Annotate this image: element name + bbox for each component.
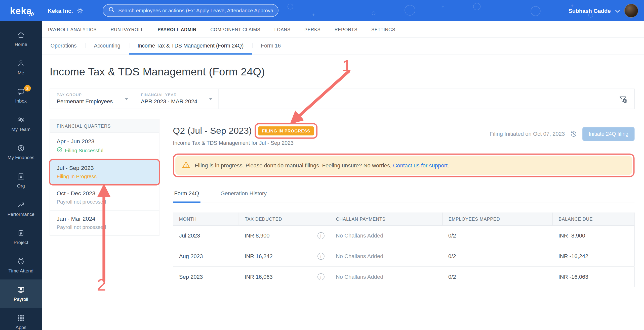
doodle-planet	[405, 5, 415, 16]
sidebar-item-inbox[interactable]: 2 Inbox	[0, 81, 42, 110]
clipboard-icon	[17, 229, 25, 237]
sidebar-item-org[interactable]: Org	[0, 166, 42, 195]
quarter-item-jul-sep[interactable]: Jul - Sep 2023 Filing In Progress	[50, 160, 159, 185]
tab-reports[interactable]: REPORTS	[335, 27, 357, 32]
quarter-item-oct-dec[interactable]: Oct - Dec 2023 Payroll not processed	[50, 185, 159, 210]
tab-loans[interactable]: LOANS	[274, 27, 290, 32]
tab-income-tax-tds[interactable]: Income Tax & TDS Management (Form 24Q)	[129, 38, 252, 55]
quarter-status-text: Payroll not processed	[57, 199, 106, 205]
pay-group-label: PAY GROUP	[57, 92, 127, 97]
tab-form-16[interactable]: Form 16	[252, 38, 290, 55]
tab-component-claims[interactable]: COMPONENT CLAIMS	[210, 27, 260, 32]
quarter-status: Filing Successful	[57, 147, 152, 154]
pay-group-filter[interactable]: PAY GROUP Permenant Employees	[50, 89, 134, 109]
quarters-header: FINANCIAL QUARTERS	[50, 119, 159, 133]
tab-payroll-admin[interactable]: PAYROLL ADMIN	[157, 27, 196, 32]
quarter-label: Jan - Mar 2024	[57, 215, 152, 222]
search-input[interactable]	[118, 8, 273, 13]
keka-logo[interactable]: keka	[0, 5, 42, 16]
quarter-label: Oct - Dec 2023	[57, 190, 152, 197]
financial-quarters-panel: FINANCIAL QUARTERS Apr - Jun 2023 Filing…	[50, 119, 159, 236]
sidebar-item-label: Org	[17, 183, 25, 188]
table-row: Sep 2023 INR 16,063 No Challans Added 0/…	[173, 266, 634, 287]
sidebar-item-time-attend[interactable]: Time Attend	[0, 251, 42, 279]
cell-tax: INR 16,242	[239, 246, 330, 267]
quarter-detail-panel: Q2 (Jul - Sep 2023) FILING IN PROGRESS I…	[173, 119, 634, 287]
alert-text: Filing is in progress. Please don't do m…	[195, 162, 449, 168]
user-menu[interactable]: Subhash Gadde	[569, 0, 638, 21]
team-icon	[17, 116, 25, 124]
chart-icon	[17, 201, 25, 209]
clear-filter-icon[interactable]	[619, 95, 628, 105]
cell-mapped: 0/2	[442, 246, 553, 267]
info-icon[interactable]	[317, 232, 324, 239]
cell-balance: INR -16,063	[553, 266, 634, 287]
table-row: Jul 2023 INR 8,900 No Challans Added 0/2…	[173, 225, 634, 246]
sidebar-item-project[interactable]: Project	[0, 223, 42, 251]
tax-value: INR 8,900	[245, 233, 269, 239]
sidebar-item-label: Apps	[16, 325, 26, 330]
sidebar: Home Me 2 Inbox My Team My Finances Org …	[0, 21, 42, 330]
chevron-down-icon	[125, 98, 128, 100]
col-balance-due: BALANCE DUE	[553, 213, 634, 226]
tab-accounting[interactable]: Accounting	[85, 38, 129, 55]
sidebar-item-apps[interactable]: Apps	[0, 308, 42, 330]
doodle-planet	[531, 6, 540, 16]
sidebar-item-me[interactable]: Me	[0, 53, 42, 81]
inbox-badge: 2	[24, 85, 31, 91]
user-name: Subhash Gadde	[569, 8, 611, 14]
sidebar-item-performance[interactable]: Performance	[0, 195, 42, 223]
cell-tax: INR 8,900	[239, 225, 330, 246]
quarter-item-jan-mar[interactable]: Jan - Mar 2024 Payroll not processed	[50, 211, 159, 236]
doodle-star: +	[441, 4, 444, 9]
quarter-detail-subtitle: Income Tax & TDS Management for Jul - Se…	[173, 140, 314, 146]
detail-tabs: Form 24Q Generation History	[173, 186, 634, 203]
filing-status-badge: FILING IN PROGRESS	[258, 126, 314, 135]
tab-perks[interactable]: PERKS	[304, 27, 320, 32]
tab-operations[interactable]: Operations	[42, 38, 85, 55]
tab-payroll-analytics[interactable]: PAYROLL ANALYTICS	[48, 27, 97, 32]
inbox-icon	[17, 87, 25, 96]
initiate-24q-filing-button[interactable]: Initiate 24Q filing	[582, 127, 634, 141]
home-icon	[17, 31, 25, 39]
chevron-down-icon	[615, 8, 620, 14]
tab-settings[interactable]: SETTINGS	[371, 27, 395, 32]
cell-month: Aug 2023	[173, 246, 239, 267]
info-icon[interactable]	[317, 273, 324, 280]
doodle-planet	[288, 4, 293, 10]
tab-run-payroll[interactable]: RUN PAYROLL	[111, 27, 144, 32]
cell-tax: INR 16,063	[239, 266, 330, 287]
module-nav: PAYROLL ANALYTICS RUN PAYROLL PAYROLL AD…	[42, 21, 644, 38]
sidebar-item-my-finances[interactable]: My Finances	[0, 138, 42, 166]
page-title: Income Tax & TDS Management (Form 24Q)	[50, 66, 635, 78]
tab-generation-history[interactable]: Generation History	[219, 186, 268, 203]
sidebar-item-label: Performance	[8, 212, 35, 217]
filing-progress-alert: Filing is in progress. Please don't do m…	[175, 156, 632, 175]
col-challan-payments: CHALLAN PAYMENTS	[330, 213, 442, 226]
sidebar-item-payroll[interactable]: Payroll	[0, 279, 42, 308]
quarter-status-text: Payroll not processed	[57, 224, 106, 230]
filing-status-badge-wrap: FILING IN PROGRESS	[258, 126, 314, 135]
quarter-item-apr-jun[interactable]: Apr - Jun 2023 Filing Successful	[50, 133, 159, 160]
contact-support-link[interactable]: Contact us for support	[393, 162, 448, 168]
tab-form-24q[interactable]: Form 24Q	[173, 186, 200, 203]
global-search[interactable]	[103, 4, 278, 17]
tax-value: INR 16,063	[245, 274, 273, 280]
check-circle-icon	[57, 147, 62, 154]
annotation-box-quarter	[49, 159, 160, 185]
financial-year-filter[interactable]: FINANCIAL YEAR APR 2023 - MAR 2024	[134, 89, 219, 109]
search-icon	[108, 7, 114, 14]
sidebar-item-label: My Finances	[8, 155, 34, 160]
history-clock-icon[interactable]	[570, 130, 577, 137]
warning-icon	[182, 161, 190, 170]
sidebar-item-home[interactable]: Home	[0, 25, 42, 53]
cell-challan: No Challans Added	[330, 246, 442, 267]
form-24q-table: MONTH TAX DEDUCTED CHALLAN PAYMENTS EMPL…	[173, 213, 634, 287]
sidebar-item-my-team[interactable]: My Team	[0, 110, 42, 138]
quarter-label: Apr - Jun 2023	[57, 138, 152, 145]
quarter-status: Payroll not processed	[57, 199, 152, 205]
avatar[interactable]	[624, 4, 638, 18]
info-icon[interactable]	[317, 253, 324, 260]
gear-icon[interactable]	[77, 7, 84, 14]
table-header-row: MONTH TAX DEDUCTED CHALLAN PAYMENTS EMPL…	[173, 213, 634, 226]
